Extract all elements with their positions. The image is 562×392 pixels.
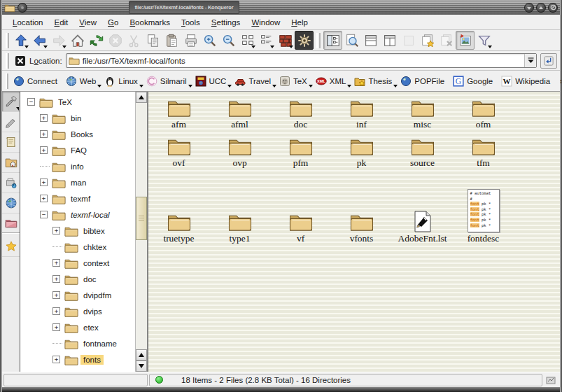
sidebar-button-root-folder[interactable]	[2, 214, 20, 234]
tree-item-label[interactable]: etex	[80, 323, 101, 332]
menu-location[interactable]: Location	[8, 16, 48, 29]
reload-button[interactable]	[87, 31, 106, 50]
split-left-right-button[interactable]	[380, 31, 399, 50]
bookmark-xml[interactable]: XMLXML	[313, 74, 352, 89]
file-item-truetype[interactable]: truetype	[148, 206, 209, 244]
image-preview-button[interactable]	[456, 31, 475, 50]
file-name-label[interactable]: inf	[356, 119, 367, 130]
filter-button[interactable]	[475, 31, 493, 50]
tree-item-label[interactable]: bibtex	[80, 226, 108, 236]
expand-plus-icon[interactable]: +	[52, 291, 60, 299]
file-name-label[interactable]: afm	[171, 119, 186, 130]
statusbar-indicator-icon[interactable]	[544, 374, 558, 386]
sticky-button[interactable]	[17, 3, 27, 13]
menu-go[interactable]: Go	[103, 16, 123, 29]
tree-item-label[interactable]: fonts	[80, 355, 104, 365]
file-name-label[interactable]: truetype	[163, 233, 194, 244]
bookmark-linux[interactable]: Linux	[101, 74, 143, 89]
tree-item-label[interactable]: dvips	[80, 307, 105, 316]
expand-plus-icon[interactable]: +	[52, 323, 60, 331]
minimize-button[interactable]	[524, 3, 534, 13]
expand-plus-icon[interactable]: +	[52, 356, 60, 363]
expand-plus-icon[interactable]: +	[40, 195, 48, 202]
bookmark-silmaril[interactable]: Silmaril	[143, 74, 192, 89]
menu-help[interactable]: Help	[286, 16, 313, 29]
file-name-label[interactable]: ofm	[476, 119, 491, 130]
tree-item-label[interactable]: TeX	[55, 97, 75, 107]
file-item-pk[interactable]: pk	[331, 130, 392, 169]
tree-item-label[interactable]: texmf	[68, 194, 93, 204]
file-item-ovf[interactable]: ovf	[148, 130, 209, 169]
expand-plus-icon[interactable]: +	[40, 178, 48, 186]
sidebar-button-network[interactable]	[2, 193, 20, 214]
bookmark-thesis[interactable]: Thesis	[351, 74, 398, 89]
bookmark-toolbar-gripper[interactable]	[6, 74, 8, 89]
file-name-label[interactable]: doc	[294, 119, 308, 130]
bookmark-connect[interactable]: Connect	[10, 74, 63, 89]
go-button[interactable]	[540, 53, 557, 69]
tree-item-man[interactable]: +man	[20, 174, 135, 190]
menu-settings[interactable]: Settings	[206, 16, 246, 29]
tree-item-label[interactable]: FAQ	[68, 146, 90, 155]
zoom-out-button[interactable]	[219, 31, 238, 50]
maximize-button[interactable]	[536, 3, 546, 13]
tree-item-label[interactable]: info	[68, 162, 87, 172]
titlebar[interactable]: file:/usr/TeX/texmf-local/fonts - Konque…	[2, 0, 560, 15]
file-name-label[interactable]: afml	[231, 119, 248, 130]
tree-item-bibtex[interactable]: +bibtex	[20, 223, 135, 239]
tree-item-label[interactable]: Books	[68, 130, 96, 139]
detail-view-button[interactable]	[257, 31, 276, 50]
tree-item-dvipdfm[interactable]: +dvipdfm	[20, 287, 135, 303]
bookmark-wikipedia[interactable]: WWikipedia	[498, 74, 556, 89]
tree-item-books[interactable]: +Books	[20, 126, 135, 142]
tree-item-label[interactable]: doc	[80, 274, 99, 284]
file-name-label[interactable]: tfm	[477, 158, 490, 169]
file-name-label[interactable]: pfm	[293, 158, 309, 169]
file-name-label[interactable]: misc	[414, 119, 432, 130]
file-name-label[interactable]: ovf	[173, 158, 185, 169]
bookmark-travel[interactable]: Travel	[232, 74, 276, 89]
tree-item-info[interactable]: info	[20, 158, 135, 174]
file-item-ovp[interactable]: ovp	[209, 130, 270, 169]
file-name-label[interactable]: fontdesc	[468, 233, 500, 244]
tree-scrollbar[interactable]	[135, 92, 147, 372]
bookmark-ucc[interactable]: UCC	[192, 74, 232, 89]
file-item-fontdesc[interactable]: # automat#font pk *font pk *font pk *fon…	[453, 184, 514, 244]
file-item-inf[interactable]: inf	[331, 92, 392, 130]
file-name-label[interactable]: AdobeFnt.lst	[398, 233, 447, 244]
file-name-label[interactable]: type1	[230, 233, 251, 244]
file-item-misc[interactable]: misc	[392, 92, 453, 130]
location-toolbar-gripper[interactable]	[6, 53, 9, 69]
sidebar-button-configure[interactable]	[2, 92, 20, 112]
tree-item-label[interactable]: chktex	[80, 242, 109, 252]
bookmark-overflow-chevron[interactable]: »	[556, 76, 562, 86]
menu-edit[interactable]: Edit	[50, 16, 73, 29]
clear-location-icon[interactable]	[15, 55, 26, 66]
menu-tools[interactable]: Tools	[176, 16, 205, 29]
sidebar-button-home-folder[interactable]	[2, 153, 20, 173]
tree-item-context[interactable]: +context	[20, 255, 135, 271]
tree-item-dvips[interactable]: +dvips	[20, 303, 135, 319]
file-item-vfonts[interactable]: vfonts	[331, 206, 392, 244]
file-item-type1[interactable]: type1	[209, 206, 270, 244]
tree-item-label[interactable]: dvipdfm	[80, 290, 114, 300]
scrollbar-track[interactable]	[136, 103, 147, 349]
location-input[interactable]: file:/usr/TeX/texmf-local/fonts	[66, 53, 537, 68]
file-name-label[interactable]: vfonts	[350, 233, 374, 244]
file-item-source[interactable]: source	[392, 130, 453, 169]
zoom-in-button[interactable]	[200, 31, 219, 50]
tree-item-chktex[interactable]: chktex	[20, 239, 135, 255]
file-name-label[interactable]: ovp	[232, 158, 246, 169]
bookmark-tex[interactable]: TeX	[276, 74, 313, 89]
scrollbar-thumb[interactable]	[136, 197, 147, 240]
location-value[interactable]: file:/usr/TeX/texmf-local/fonts	[83, 57, 524, 65]
sidebar-button-services[interactable]	[2, 173, 20, 193]
gear-button[interactable]	[295, 31, 314, 50]
file-item-afm[interactable]: afm	[148, 92, 209, 130]
file-item-pfm[interactable]: pfm	[270, 130, 331, 169]
split-top-bottom-button[interactable]	[361, 31, 380, 50]
home-button[interactable]	[68, 31, 87, 50]
menu-window[interactable]: Window	[246, 16, 285, 29]
window-icon[interactable]	[4, 3, 15, 13]
expand-plus-icon[interactable]: +	[52, 275, 60, 283]
